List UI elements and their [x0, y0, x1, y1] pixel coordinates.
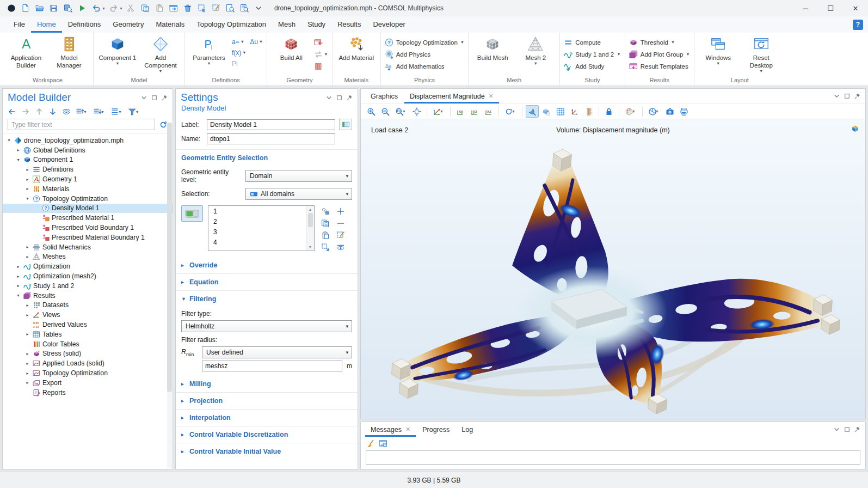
selection-listbox[interactable]: 1234 ▲▼	[208, 205, 315, 251]
tree-filter-input[interactable]	[8, 119, 155, 130]
tree-item[interactable]: ▾Results	[3, 291, 173, 301]
tree-item[interactable]: Prescribed Void Boundary 1	[3, 223, 173, 233]
rotate-view-button[interactable]: ▼	[502, 105, 519, 118]
panel-float-icon[interactable]	[844, 426, 850, 432]
panel-pin-icon[interactable]	[854, 93, 860, 99]
color-theme-button[interactable]: ▼	[623, 105, 639, 118]
transparency-button[interactable]	[540, 105, 553, 118]
build-all-button[interactable]: Build All	[271, 34, 311, 62]
tree-item[interactable]: Reports	[3, 388, 173, 398]
go-to-view-button[interactable]: ▼	[430, 105, 447, 118]
menu-tab-file[interactable]: File	[8, 16, 31, 33]
cut-button[interactable]	[124, 4, 138, 13]
tab-displacement-magnitude[interactable]: Displacement Magnitude✕	[404, 89, 499, 103]
add-component-button[interactable]: Add Component ▼	[140, 34, 181, 74]
section-milling[interactable]: ▸Milling	[176, 376, 358, 392]
tree-item[interactable]: ?Density Model 1	[3, 204, 173, 213]
view-xy-button[interactable]: xy	[454, 105, 467, 118]
entity-level-select[interactable]: Domain▼	[245, 170, 352, 182]
tree-collapsed-chevron[interactable]: ▸	[24, 351, 30, 356]
listbox-scrollbar[interactable]: ▲▼	[306, 206, 314, 251]
reset-desktop-button[interactable]: Reset Desktop ▼	[741, 34, 781, 74]
tree-collapsed-chevron[interactable]: ▸	[24, 186, 30, 191]
copy-button[interactable]	[138, 4, 152, 13]
filter-nodes-button[interactable]: ▼	[128, 107, 140, 116]
tree-item[interactable]: ▸Optimization	[3, 261, 173, 271]
selection-list-item[interactable]: 2	[208, 216, 314, 227]
selection-list-item[interactable]: 4	[208, 237, 314, 247]
tree-collapsed-chevron[interactable]: ▸	[24, 177, 30, 182]
minimize-button[interactable]: ─	[793, 0, 818, 16]
duplicate-button[interactable]	[167, 4, 181, 13]
print-button[interactable]	[678, 105, 691, 118]
tree-item[interactable]: ▸Optimization (mesh2)	[3, 271, 173, 281]
name-field[interactable]	[207, 133, 335, 144]
maximize-button[interactable]: ☐	[818, 0, 843, 16]
tree-item[interactable]: ▸Meshes	[3, 252, 173, 262]
tree-item[interactable]: ▸Applied Loads (solid)	[3, 358, 173, 368]
selection-select[interactable]: All domains▼	[245, 188, 352, 200]
menu-tab-topology-optimization[interactable]: Topology Optimization	[190, 16, 272, 33]
move-down-button[interactable]	[48, 107, 57, 116]
environment-reflections-button[interactable]: ▼	[646, 105, 662, 118]
selchain-icon[interactable]	[321, 207, 330, 216]
undo-button[interactable]: ▼	[89, 4, 107, 13]
menu-tab-materials[interactable]: Materials	[150, 16, 190, 33]
tree-collapsed-chevron[interactable]: ▸	[15, 264, 21, 269]
zoom-extents-button[interactable]	[410, 105, 423, 118]
menu-tab-results[interactable]: Results	[331, 16, 367, 33]
expand-all-button[interactable]: ▼	[76, 107, 88, 116]
panel-pin-icon[interactable]	[347, 95, 353, 101]
panel-float-icon[interactable]	[336, 95, 342, 101]
delete-button[interactable]	[181, 4, 195, 13]
tree-collapsed-chevron[interactable]: ▸	[24, 245, 30, 249]
panel-pin-icon[interactable]	[854, 426, 860, 432]
tree-item[interactable]: ▾?Topology Optimization	[3, 194, 173, 204]
selection-list-item[interactable]: 1	[208, 206, 314, 216]
tree-collapsed-chevron[interactable]: ▸	[15, 283, 21, 288]
tree-expanded-chevron[interactable]: ▾	[15, 157, 21, 162]
selminus-icon[interactable]	[336, 219, 345, 228]
tree-collapsed-chevron[interactable]: ▸	[24, 254, 30, 259]
tree-item[interactable]: ▸Datasets	[3, 301, 173, 310]
mesh2-button[interactable]: Mesh 2 ▼	[515, 34, 556, 66]
menu-tab-geometry[interactable]: Geometry	[107, 16, 150, 33]
study12-button[interactable]: Study 1 and 2▼	[564, 50, 620, 59]
add-mathematics-button[interactable]: Δu Add Mathematics	[385, 62, 465, 71]
nonlocal-couplings-button[interactable]: Δu▼	[250, 38, 263, 46]
section-override[interactable]: ▸Override	[176, 257, 358, 273]
result-templates-button[interactable]: Result Templates	[629, 62, 690, 71]
show-axes-button[interactable]	[568, 105, 581, 118]
tree-item[interactable]: 8.85e-12Derived Values	[3, 320, 173, 330]
collapse-all-button[interactable]: ▼	[93, 107, 106, 116]
snapshot-button[interactable]	[663, 105, 676, 118]
save-search-button[interactable]	[61, 4, 75, 13]
tree-expanded-chevron[interactable]: ▾	[24, 196, 30, 201]
tree-collapsed-chevron[interactable]: ▸	[15, 274, 21, 279]
selpaste-icon[interactable]	[321, 231, 330, 240]
add-study-button[interactable]: Add Study	[564, 62, 620, 71]
build-mesh-button[interactable]: Build Mesh	[472, 34, 513, 62]
filter-radius-mode-select[interactable]: User defined▼	[202, 346, 352, 358]
menu-tab-home[interactable]: Home	[31, 16, 62, 33]
filter-radius-input[interactable]	[202, 361, 342, 371]
section-interpolation[interactable]: ▸Interpolation	[176, 409, 358, 426]
tab-graphics[interactable]: Graphics	[365, 89, 403, 103]
panel-menu-icon[interactable]	[834, 93, 840, 99]
panel-pin-icon[interactable]	[162, 95, 168, 101]
panel-menu-icon[interactable]	[326, 95, 332, 101]
compute-button[interactable]: Compute	[564, 38, 620, 47]
nav-back-button[interactable]	[8, 107, 16, 116]
virtual-operations-icon[interactable]	[314, 62, 323, 71]
tree-item[interactable]: ▸Topology Optimization	[3, 368, 173, 378]
show-color-legend-button[interactable]	[582, 105, 595, 118]
section-equation[interactable]: ▸Equation	[176, 273, 358, 290]
tab-messages[interactable]: Messages✕	[365, 422, 416, 437]
move-up-button[interactable]	[35, 107, 44, 116]
tree-collapsed-chevron[interactable]: ▸	[24, 380, 30, 385]
close-button[interactable]: ✕	[843, 0, 868, 16]
topology-optimization-button[interactable]: ? Topology Optimization▼	[385, 38, 465, 47]
parameters-button[interactable]: Pi Parameters ▼	[189, 34, 229, 66]
tree-scrollbar[interactable]	[167, 123, 172, 468]
tree-expanded-chevron[interactable]: ▾	[6, 138, 12, 143]
